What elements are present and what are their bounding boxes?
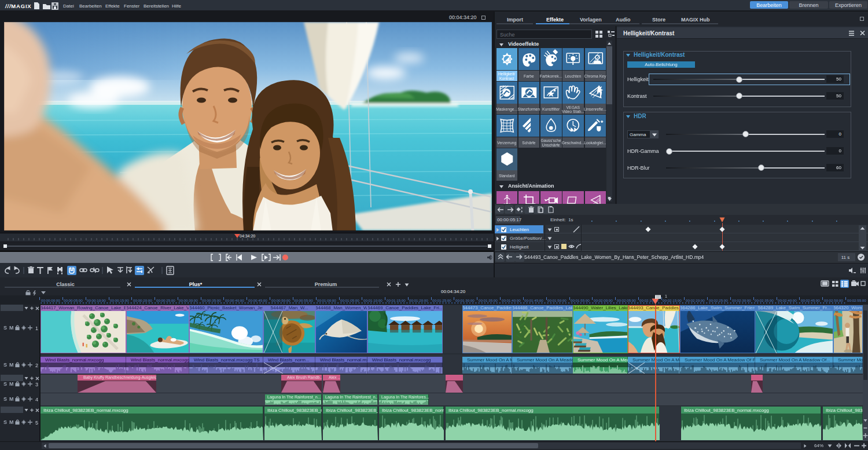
svg-text:M: M <box>9 362 14 368</box>
svg-text:1: 1 <box>35 325 38 331</box>
svg-text:5: 5 <box>35 420 38 426</box>
svg-text:2: 2 <box>35 363 38 368</box>
svg-text:S: S <box>3 396 7 402</box>
svg-text:S: S <box>3 419 7 425</box>
svg-text:3: 3 <box>35 382 38 387</box>
svg-text:M: M <box>9 396 14 402</box>
svg-text:S: S <box>3 325 7 331</box>
svg-text:M: M <box>9 381 14 387</box>
svg-text:S: S <box>3 381 7 387</box>
svg-text:S: S <box>3 362 7 368</box>
svg-text:M: M <box>9 419 14 425</box>
svg-text:4: 4 <box>35 397 38 403</box>
svg-text:M: M <box>9 325 14 331</box>
